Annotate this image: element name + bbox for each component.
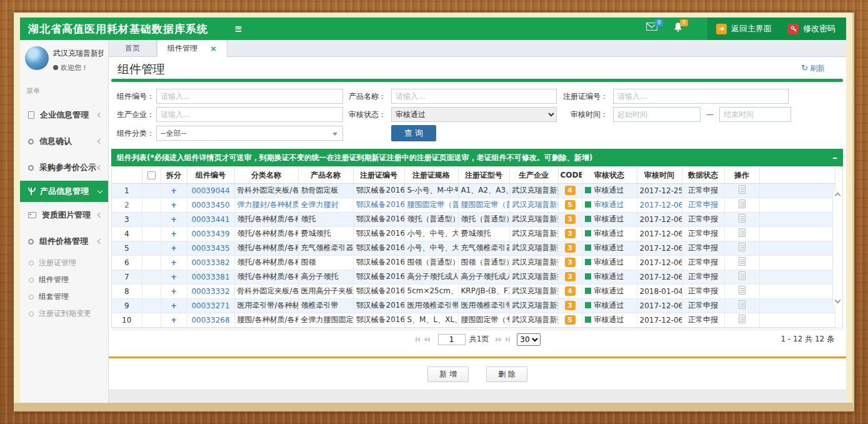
end-date-input[interactable] bbox=[719, 107, 791, 122]
cell-category: 医用牵引带/各种材质/各 bbox=[234, 298, 298, 313]
sidebar: 武汉克瑞普新技术 欢迎您！ 菜单 企业信息管理 信息确认 bbox=[20, 40, 109, 403]
table-row[interactable]: 4 + 00033439 颈托/各种材质/各种规格 费城颈托 鄂汉械备20160… bbox=[112, 226, 836, 241]
manufacturer-input[interactable] bbox=[156, 107, 343, 122]
first-page-button[interactable] bbox=[416, 337, 420, 342]
page-head: 组件管理 ↻刷新 bbox=[109, 57, 846, 78]
reg-no-input[interactable] bbox=[613, 89, 789, 104]
expand-icon[interactable]: + bbox=[171, 273, 177, 281]
cell-actions bbox=[724, 241, 759, 255]
table-row[interactable]: 3 + 00033441 颈托/各种材质/各种规格 颈托 鄂汉械备2016011… bbox=[112, 212, 836, 226]
expand-icon[interactable]: + bbox=[171, 186, 177, 195]
add-button[interactable]: 新 增 bbox=[427, 366, 469, 382]
scroll-down-icon[interactable] bbox=[835, 298, 841, 304]
expand-icon[interactable]: + bbox=[171, 244, 177, 253]
refresh-link[interactable]: ↻刷新 bbox=[801, 63, 825, 74]
next-page-button[interactable] bbox=[496, 337, 502, 342]
table-row[interactable]: 1 + 00039044 骨科外固定夹板/各种材质 肋骨固定板 鄂汉械备2016… bbox=[112, 183, 836, 198]
audit-status-select[interactable]: 审核通过 bbox=[391, 107, 557, 122]
sidebar-submenu-item[interactable]: 组套管理 bbox=[20, 288, 108, 305]
start-date-input[interactable] bbox=[613, 107, 701, 122]
table-row[interactable]: 6 + 00033382 颈托/各种材质/各种规格 围领 鄂汉械备2016011… bbox=[112, 255, 836, 270]
product-name-input[interactable] bbox=[391, 89, 557, 104]
sidebar-menu-item[interactable]: 采购参考价公示 bbox=[20, 154, 108, 181]
cell-split: + bbox=[161, 313, 187, 327]
cell-product: 全弹力腰封 bbox=[298, 198, 353, 212]
sidebar-submenu-item[interactable]: 注册证管理 bbox=[20, 255, 108, 271]
page-size-select[interactable]: 30 bbox=[517, 333, 541, 346]
sidebar-menu-item[interactable]: 信息确认 bbox=[20, 128, 108, 154]
component-no-input[interactable] bbox=[156, 89, 343, 104]
document-icon[interactable] bbox=[739, 300, 746, 309]
document-icon[interactable] bbox=[739, 214, 746, 223]
sidebar-menu-item[interactable]: 企业信息管理 bbox=[20, 102, 108, 128]
table-row[interactable]: 5 + 00033435 颈托/各种材质/各种规格 充气颈椎牵引器 鄂汉械备20… bbox=[112, 241, 836, 255]
tab-close-icon[interactable]: × bbox=[210, 40, 217, 57]
cell-rownum: 7 bbox=[112, 270, 142, 284]
app-title: 湖北省高值医用耗材基础数据库系统 bbox=[28, 22, 208, 36]
cell-product: 颈托 bbox=[298, 212, 353, 226]
cell-category: 弹力腰封/各种材质/各种 bbox=[234, 198, 298, 212]
table-row[interactable]: 9 + 00033271 医用牵引带/各种材质/各 颈椎牵引带 鄂汉械备2016… bbox=[112, 298, 836, 313]
collapse-button[interactable]: – bbox=[832, 150, 837, 165]
sidebar-menu-item[interactable]: 组件价格管理 bbox=[20, 228, 108, 255]
expand-icon[interactable]: + bbox=[171, 301, 177, 310]
cell-audit-time: 2017-12-06 bbox=[637, 226, 682, 241]
cell-code-count: 3 bbox=[558, 255, 582, 270]
prev-page-button[interactable] bbox=[424, 337, 430, 342]
cell-checkbox bbox=[142, 226, 161, 241]
expand-icon[interactable]: + bbox=[171, 316, 177, 325]
date-separator: — bbox=[706, 110, 714, 119]
table-row[interactable]: 10 + 00033268 腰围/各种材质/各种规格 全弹力腰围固定带 鄂汉械备… bbox=[112, 313, 836, 327]
col-component-no: 组件编号 bbox=[187, 168, 234, 183]
query-button[interactable]: 查 询 bbox=[391, 125, 436, 141]
sidebar-submenu-item[interactable]: 注册证到期变更 bbox=[20, 305, 108, 322]
document-icon[interactable] bbox=[739, 199, 746, 208]
mail-icon[interactable]: 0 bbox=[646, 23, 657, 33]
category-dropdown[interactable]: --全部-- bbox=[156, 126, 343, 141]
bottom-strip bbox=[109, 390, 846, 403]
cell-reg-model: 充气颈椎牵引器（ bbox=[458, 241, 509, 255]
tab-home[interactable]: 首页 bbox=[109, 40, 157, 56]
hamburger-icon[interactable]: ≡ bbox=[234, 23, 242, 34]
scroll-up-icon[interactable] bbox=[835, 193, 841, 199]
status-square-icon bbox=[585, 273, 591, 280]
expand-icon[interactable]: + bbox=[171, 201, 177, 209]
sidebar-menu-item[interactable]: 资质图片管理 bbox=[20, 202, 108, 228]
document-icon[interactable] bbox=[739, 228, 746, 237]
expand-icon[interactable]: + bbox=[171, 287, 177, 296]
change-password-button[interactable]: 修改密码 bbox=[788, 23, 836, 34]
list-header-bar: 组件列表(*必须进入组件详情页才可送审，到期换证不变的统一在注册证到期新证注册中… bbox=[111, 149, 843, 166]
expand-icon[interactable]: + bbox=[171, 230, 177, 238]
expand-icon[interactable]: + bbox=[171, 215, 177, 224]
col-audit-status: 审核状态 bbox=[582, 168, 637, 183]
document-icon[interactable] bbox=[739, 257, 746, 266]
document-icon[interactable] bbox=[739, 185, 746, 194]
sidebar-menu-item[interactable]: 产品信息管理 bbox=[20, 181, 108, 202]
bell-icon[interactable]: 0 bbox=[674, 23, 682, 34]
tab-component-management[interactable]: 组件管理 × bbox=[157, 40, 227, 57]
top-actions: 返回主界面 修改密码 退出 bbox=[707, 18, 846, 40]
cell-rownum: 1 bbox=[112, 183, 142, 198]
chevron-icon bbox=[97, 113, 102, 118]
table-body: 1 + 00039044 骨科外固定夹板/各种材质 肋骨固定板 鄂汉械备2016… bbox=[112, 183, 836, 327]
document-icon[interactable] bbox=[739, 286, 746, 295]
cell-data-status: 正常申报 bbox=[682, 241, 724, 255]
delete-button[interactable]: 删 除 bbox=[486, 366, 527, 382]
table-scrollbar[interactable] bbox=[832, 191, 842, 305]
document-icon[interactable] bbox=[739, 271, 746, 280]
last-page-button[interactable] bbox=[506, 337, 510, 342]
table-row[interactable]: 8 + 00033332 骨科外固定夹板/各种材质 医用高分子夹板 鄂汉械备20… bbox=[112, 284, 836, 298]
table-row[interactable]: 7 + 00033381 颈托/各种材质/各种规格 高分子颈托 鄂汉械备2016… bbox=[112, 270, 836, 284]
cell-reg-no: 鄂汉械备20160117 bbox=[353, 226, 404, 241]
select-all-checkbox[interactable] bbox=[147, 171, 156, 179]
document-icon[interactable] bbox=[739, 315, 746, 323]
table-row[interactable]: 2 + 00033450 弹力腰封/各种材质/各种 全弹力腰封 鄂汉械备2016… bbox=[112, 198, 836, 212]
sidebar-submenu-item[interactable]: 组件管理 bbox=[20, 271, 108, 288]
back-to-main-button[interactable]: 返回主界面 bbox=[716, 23, 772, 34]
cell-reg-spec: S-小号、M-中号、 bbox=[404, 183, 458, 198]
document-icon[interactable] bbox=[739, 243, 746, 251]
page-number-input[interactable] bbox=[438, 334, 466, 345]
expand-icon[interactable]: + bbox=[171, 258, 177, 267]
cell-audit-status: 审核通过 bbox=[582, 241, 637, 255]
cell-product: 颈椎牵引带 bbox=[298, 298, 353, 313]
